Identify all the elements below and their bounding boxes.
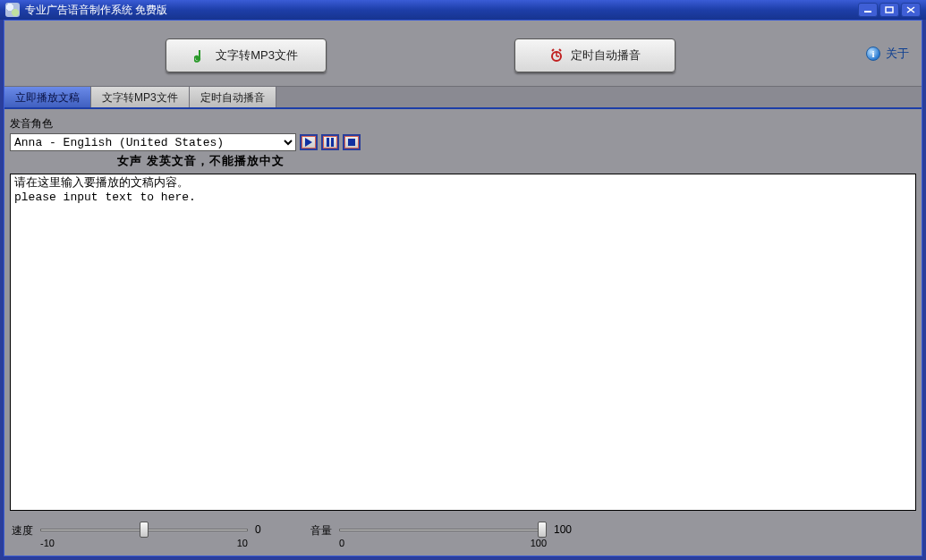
- app-icon: [5, 3, 20, 17]
- voice-select[interactable]: Anna - English (United States): [10, 133, 296, 151]
- close-button[interactable]: [901, 3, 921, 17]
- text-to-mp3-button[interactable]: 文字转MP3文件: [166, 38, 327, 72]
- volume-min: 0: [339, 538, 344, 548]
- app-window: 专业广告语音制作系统 免费版 文字转MP3文件: [0, 0, 926, 560]
- slider-bar: 速度 -10 10 0 音量: [4, 516, 922, 556]
- alarm-clock-icon: [549, 48, 564, 63]
- speed-value: 0: [248, 522, 275, 536]
- about-label: 关于: [886, 46, 909, 62]
- play-icon: [304, 138, 313, 147]
- voice-row: Anna - English (United States): [10, 133, 916, 151]
- content-area: 发音角色 Anna - English (United States) 女声 发…: [4, 109, 922, 516]
- play-button[interactable]: [300, 134, 318, 150]
- info-icon: i: [866, 47, 880, 61]
- volume-ticks: 0 100: [339, 538, 547, 550]
- window-title: 专业广告语音制作系统 免费版: [25, 3, 858, 18]
- script-textarea[interactable]: 请在这里输入要播放的文稿内容。 please input text to her…: [10, 174, 916, 511]
- svg-rect-4: [327, 138, 329, 147]
- speed-label: 速度: [12, 522, 40, 539]
- voice-role-label: 发音角色: [10, 116, 916, 132]
- svg-rect-0: [864, 11, 871, 13]
- volume-slider[interactable]: [339, 522, 547, 538]
- tab-bar: 立即播放文稿 文字转MP3文件 定时自动播音: [4, 87, 922, 109]
- client-area: 文字转MP3文件 定时自动播音 i 关于 立即播放文稿 文字转MP3文件 定时自…: [4, 20, 922, 556]
- timer-broadcast-label: 定时自动播音: [571, 47, 641, 64]
- svg-rect-1: [886, 7, 893, 13]
- speed-thumb[interactable]: [140, 522, 149, 538]
- pause-button[interactable]: [321, 134, 339, 150]
- stop-button[interactable]: [343, 134, 361, 150]
- speed-ticks: -10 10: [40, 538, 248, 550]
- volume-max: 100: [531, 538, 547, 548]
- tab-timer[interactable]: 定时自动播音: [190, 87, 276, 107]
- voice-description: 女声 发英文音，不能播放中文: [117, 154, 285, 167]
- pause-icon: [326, 138, 335, 147]
- title-bar: 专业广告语音制作系统 免费版: [0, 0, 926, 20]
- speed-min: -10: [40, 538, 55, 548]
- svg-rect-5: [331, 138, 334, 147]
- speed-slider[interactable]: [40, 522, 248, 538]
- volume-label: 音量: [310, 522, 339, 539]
- svg-rect-6: [348, 139, 355, 146]
- speed-max: 10: [237, 538, 248, 548]
- tab-to-mp3[interactable]: 文字转MP3文件: [91, 87, 190, 107]
- maximize-icon: [885, 6, 894, 13]
- window-controls: [858, 3, 921, 17]
- text-to-mp3-label: 文字转MP3文件: [216, 47, 298, 64]
- timer-broadcast-button[interactable]: 定时自动播音: [514, 38, 675, 72]
- stop-icon: [347, 138, 356, 147]
- tab-play-now[interactable]: 立即播放文稿: [4, 87, 91, 107]
- speed-group: 速度 -10 10 0: [12, 522, 275, 550]
- minimize-icon: [863, 6, 872, 13]
- svg-point-2: [196, 56, 200, 61]
- about-link[interactable]: i 关于: [866, 46, 909, 62]
- music-note-icon: [194, 48, 208, 63]
- close-icon: [906, 6, 915, 13]
- volume-group: 音量 0 100 100: [310, 522, 573, 550]
- maximize-button[interactable]: [879, 3, 899, 17]
- toolbar: 文字转MP3文件 定时自动播音 i 关于: [4, 21, 922, 87]
- volume-value: 100: [547, 522, 573, 536]
- minimize-button[interactable]: [858, 3, 878, 17]
- volume-thumb[interactable]: [538, 522, 547, 538]
